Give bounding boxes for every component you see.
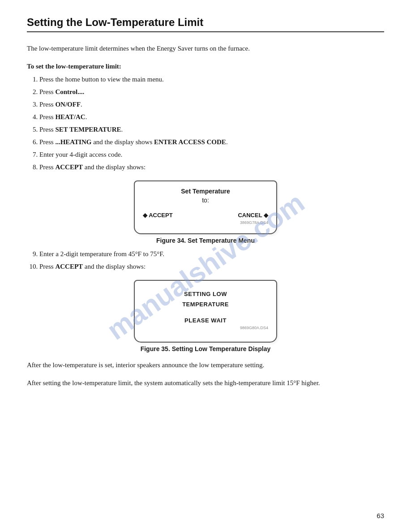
instruction-heading: To set the low-temperature limit: [27,63,384,70]
steps-list-2: Enter a 2-digit temperature from 45°F to… [39,249,384,272]
step-3: Press ON/OFF. [39,99,384,110]
figure1-caption: Figure 34. Set Temperature Menu [156,237,255,244]
figure1-display: Set Temperature to: ◆ ACCEPT CANCEL ◆ 38… [134,180,277,234]
figure2-container: SETTING LOW TEMPERATURE PLEASE WAIT 9869… [27,280,384,352]
figure2-id: 9869G80A.DS4 [143,326,268,330]
step-4: Press HEAT/AC. [39,112,384,122]
after-paragraph-2: After setting the low-temperature limit,… [27,378,384,388]
after-paragraph-1: After the low-temperature is set, interi… [27,360,384,370]
figure1-title: Set Temperature [143,188,268,195]
step-6: Press ...HEATING and the display shows E… [39,137,384,147]
step-8: Press ACCEPT and the display shows: [39,162,384,172]
page-title: Setting the Low-Temperature Limit [27,16,384,29]
figure2-line2: TEMPERATURE [143,299,268,309]
figure1-subtitle: to: [143,197,268,204]
step-1: Press the home button to view the main m… [39,74,384,85]
step-7: Enter your 4-digit access code. [39,149,384,160]
figure1-container: Set Temperature to: ◆ ACCEPT CANCEL ◆ 38… [27,180,384,244]
step-10: Press ACCEPT and the display shows: [39,261,384,272]
step-5: Press SET TEMPERATURE. [39,124,384,135]
intro-paragraph: The low-temperature limit determines whe… [27,43,384,54]
page-number: 63 [377,512,384,519]
figure2-caption: Figure 35. Setting Low Temperature Displ… [141,345,271,352]
figure1-buttons: ◆ ACCEPT CANCEL ◆ [143,212,268,219]
title-divider [27,31,384,32]
figure1-cancel-label: CANCEL ◆ [238,212,268,219]
figure2-display: SETTING LOW TEMPERATURE PLEASE WAIT 9869… [134,280,277,343]
figure2-line1: SETTING LOW [143,289,268,299]
figure2-wait: PLEASE WAIT [143,317,268,324]
figure1-accept-label: ◆ ACCEPT [143,212,173,219]
step-9: Enter a 2-digit temperature from 45°F to… [39,249,384,259]
steps-list: Press the home button to view the main m… [39,74,384,172]
step-2: Press Control.... [39,86,384,97]
figure1-id: 3869G78A.DS4 [143,220,268,225]
